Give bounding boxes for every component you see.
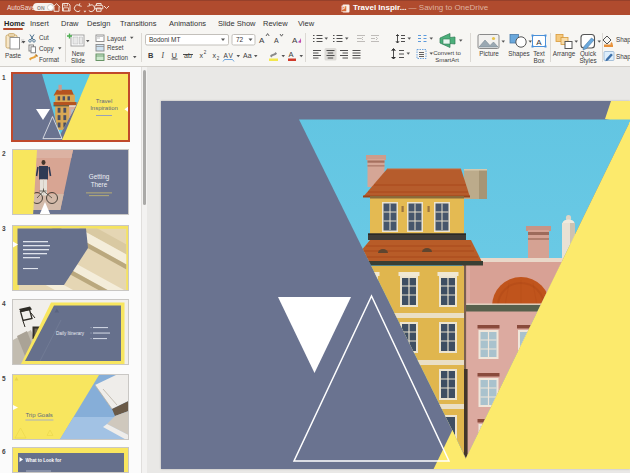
svg-text:Paste: Paste: [5, 52, 22, 59]
svg-text:P: P: [342, 6, 345, 11]
svg-text:Slide: Slide: [71, 57, 85, 64]
svg-text:There: There: [91, 181, 108, 188]
svg-text:Styles: Styles: [579, 57, 596, 65]
svg-text:Inspiration: Inspiration: [90, 105, 118, 111]
svg-text:72: 72: [236, 36, 244, 43]
svg-text:Shape: Shape: [616, 36, 630, 44]
svg-text:Layout: Layout: [107, 35, 126, 43]
svg-text:Box: Box: [534, 57, 546, 64]
svg-text:What to Look for: What to Look for: [26, 458, 62, 463]
svg-text:ab: ab: [184, 52, 192, 59]
svg-text:Copy: Copy: [39, 45, 55, 53]
svg-text:2: 2: [217, 56, 220, 61]
svg-text:Convert to: Convert to: [433, 50, 461, 56]
svg-text:Picture: Picture: [479, 50, 499, 57]
svg-text:A: A: [289, 50, 294, 59]
svg-text:Text: Text: [533, 50, 545, 57]
svg-text:Cut: Cut: [39, 34, 49, 41]
svg-text:Reset: Reset: [107, 44, 124, 51]
svg-text:A: A: [259, 36, 265, 45]
svg-text:Daily Itinerary: Daily Itinerary: [56, 331, 85, 336]
svg-text:I: I: [161, 51, 165, 60]
svg-text:A: A: [536, 38, 542, 47]
svg-text:Format: Format: [39, 56, 59, 63]
svg-text:Trip Goals: Trip Goals: [25, 412, 52, 418]
svg-text:New: New: [72, 50, 85, 57]
svg-text:2: 2: [204, 50, 207, 55]
svg-text:Shapes: Shapes: [508, 50, 529, 58]
svg-text:A: A: [292, 36, 298, 45]
svg-text:SmartArt: SmartArt: [435, 57, 459, 63]
svg-text:Shape: Shape: [616, 53, 630, 61]
svg-text:V: V: [229, 52, 234, 59]
svg-text:Section: Section: [107, 54, 129, 61]
svg-text:U: U: [172, 51, 177, 60]
svg-text:Aa: Aa: [243, 52, 252, 59]
svg-text:Bodoni MT: Bodoni MT: [149, 36, 180, 43]
svg-text:Travel: Travel: [95, 98, 111, 104]
svg-text:A: A: [274, 37, 279, 44]
svg-text:Arrange: Arrange: [553, 50, 576, 58]
svg-text:B: B: [148, 51, 154, 60]
